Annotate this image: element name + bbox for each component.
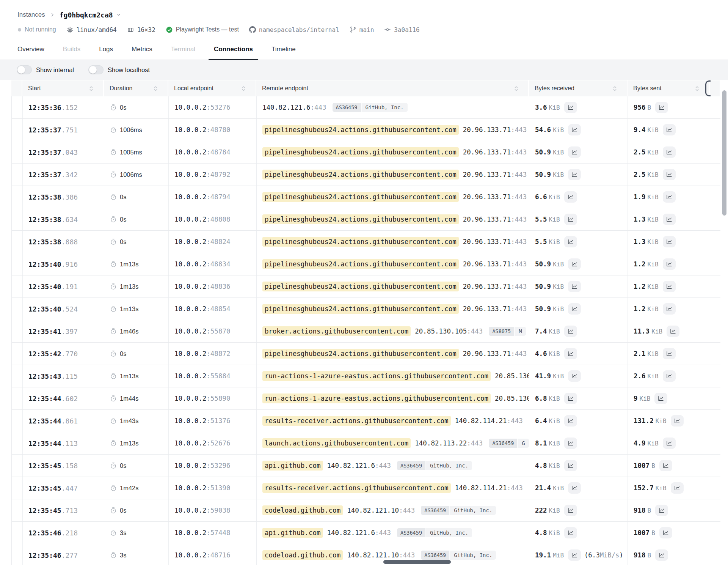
- table-row[interactable]: 12:35:43.1151m13s10.0.0.2:55884run-actio…: [11, 365, 720, 387]
- bytes-chart-button[interactable]: [568, 482, 581, 494]
- bytes-chart-button[interactable]: [564, 214, 577, 225]
- bytes-chart-button[interactable]: [663, 281, 676, 292]
- bytes-chart-button[interactable]: [663, 303, 676, 315]
- bytes-chart-button[interactable]: [564, 505, 577, 516]
- table-row[interactable]: 12:35:38.6340s10.0.0.2:48808pipelinesghu…: [11, 208, 720, 231]
- bytes-chart-button[interactable]: [655, 549, 668, 561]
- chevron-down-icon[interactable]: [116, 13, 121, 17]
- duration-cell: 1m13s: [104, 432, 169, 454]
- tab-timeline[interactable]: Timeline: [266, 42, 301, 60]
- bytes-chart-button[interactable]: [564, 102, 577, 113]
- column-header-start[interactable]: Start: [22, 80, 104, 96]
- column-header-remote-endpoint[interactable]: Remote endpoint: [256, 80, 529, 96]
- column-header-duration[interactable]: Duration: [104, 80, 168, 96]
- column-header-bytes-received[interactable]: Bytes received: [529, 80, 628, 96]
- bytes-chart-button[interactable]: [564, 415, 577, 427]
- table-row[interactable]: 12:35:46.2773s10.0.0.2:48716codeload.git…: [11, 544, 720, 565]
- bytes-chart-button[interactable]: [564, 438, 577, 449]
- bytes-chart-button[interactable]: [568, 124, 581, 135]
- sort-icon[interactable]: [89, 85, 93, 92]
- table-row[interactable]: 12:35:41.3971m46s10.0.0.2:55870broker.ac…: [11, 320, 720, 343]
- table-row[interactable]: 12:35:37.3421006ms10.0.0.2:48792pipeline…: [11, 164, 720, 186]
- sort-icon[interactable]: [613, 85, 617, 92]
- bytes-chart-button[interactable]: [564, 348, 577, 359]
- remote-port: :443: [507, 484, 523, 492]
- sort-icon[interactable]: [514, 85, 518, 92]
- asn-badge: AS36459GitHub, Inc.: [397, 528, 472, 537]
- bytes-chart-button[interactable]: [663, 370, 676, 382]
- bytes-chart-button[interactable]: [663, 258, 676, 270]
- bytes-chart-button[interactable]: [663, 438, 676, 449]
- bytes-chart-button[interactable]: [568, 303, 581, 315]
- bytes-chart-button[interactable]: [568, 370, 581, 382]
- remote-hostname: pipelinesghubeus24.actions.githubusercon…: [262, 170, 459, 179]
- show-localhost-toggle[interactable]: [88, 65, 104, 74]
- table-row[interactable]: 12:35:40.9161m13s10.0.0.2:48834pipelines…: [11, 253, 720, 275]
- instance-id[interactable]: fg0hbqkcm2ca8: [60, 11, 113, 19]
- tab-logs[interactable]: Logs: [94, 42, 118, 60]
- chart-line-icon: [568, 507, 574, 513]
- start-cell: 12:35:40.916: [23, 253, 104, 275]
- tab-connections[interactable]: Connections: [209, 42, 258, 60]
- bytes-chart-button[interactable]: [564, 527, 577, 538]
- bytes-chart-button[interactable]: [654, 393, 667, 404]
- show-internal-toggle[interactable]: [17, 65, 32, 74]
- bytes-chart-button[interactable]: [663, 236, 676, 247]
- horizontal-scrollbar-thumb[interactable]: [383, 560, 451, 564]
- bytes-chart-button[interactable]: [663, 169, 676, 180]
- bytes-chart-button[interactable]: [564, 460, 577, 471]
- bytes-chart-button[interactable]: [667, 326, 679, 337]
- table-row[interactable]: 12:35:44.1131m13s10.0.0.2:52676launch.ac…: [11, 432, 720, 455]
- sort-icon[interactable]: [154, 85, 158, 92]
- table-row[interactable]: 12:35:38.8880s10.0.0.2:48824pipelinesghu…: [11, 231, 720, 253]
- table-row[interactable]: 12:35:40.5241m13s10.0.0.2:48854pipelines…: [11, 298, 720, 320]
- breadcrumb-instances-link[interactable]: Instances: [17, 11, 45, 19]
- vertical-scrollbar-thumb[interactable]: [722, 90, 726, 216]
- bytes-chart-button[interactable]: [663, 146, 676, 158]
- bytes-chart-button[interactable]: [564, 393, 577, 404]
- remote-endpoint-cell: launch.actions.githubusercontent.com140.…: [257, 432, 529, 454]
- remote-address: 20.96.133.71:443: [463, 238, 527, 246]
- bytes-chart-button[interactable]: [663, 348, 676, 359]
- bytes-chart-button[interactable]: [568, 169, 581, 180]
- local-ip: 10.0.0.2: [174, 283, 206, 290]
- bytes-chart-button[interactable]: [568, 549, 581, 561]
- local-port: :51390: [206, 484, 230, 492]
- sort-icon[interactable]: [242, 85, 246, 92]
- table-row[interactable]: 12:35:45.1580s10.0.0.2:53296api.github.c…: [11, 455, 720, 477]
- tab-builds[interactable]: Builds: [58, 42, 86, 60]
- bytes-chart-button[interactable]: [659, 527, 672, 538]
- table-row[interactable]: 12:35:37.0431005ms10.0.0.2:48784pipeline…: [11, 141, 720, 164]
- sort-icon[interactable]: [695, 85, 699, 92]
- bytes-chart-button[interactable]: [564, 326, 577, 337]
- table-row[interactable]: 12:35:40.1911m13s10.0.0.2:48836pipelines…: [11, 275, 720, 298]
- bytes-chart-button[interactable]: [655, 505, 668, 516]
- bytes-chart-button[interactable]: [568, 146, 581, 158]
- table-row[interactable]: 12:35:36.1520s10.0.0.2:53276140.82.121.6…: [11, 96, 720, 119]
- remote-endpoint: 140.82.121.6:443AS36459GitHub, Inc.: [262, 103, 408, 112]
- bytes-chart-button[interactable]: [568, 281, 581, 292]
- bytes-chart-button[interactable]: [564, 236, 577, 247]
- bytes-chart-button[interactable]: [564, 191, 577, 203]
- column-header-local-endpoint[interactable]: Local endpoint: [168, 80, 256, 96]
- bytes-chart-button[interactable]: [655, 102, 668, 113]
- tab-terminal[interactable]: Terminal: [166, 42, 201, 60]
- table-row[interactable]: 12:35:45.7130s10.0.0.2:59038codeload.git…: [11, 499, 720, 522]
- column-header-bytes-sent[interactable]: Bytes sent: [628, 80, 710, 96]
- bytes-chart-button[interactable]: [659, 460, 672, 471]
- table-row[interactable]: 12:35:38.3860s10.0.0.2:48794pipelinesghu…: [11, 186, 720, 208]
- tab-metrics[interactable]: Metrics: [126, 42, 158, 60]
- bytes-chart-button[interactable]: [671, 415, 684, 427]
- table-row[interactable]: 12:35:44.6021m44s10.0.0.2:55890run-actio…: [11, 387, 720, 410]
- table-row[interactable]: 12:35:42.7700s10.0.0.2:48872pipelinesghu…: [11, 343, 720, 365]
- bytes-chart-button[interactable]: [568, 258, 581, 270]
- bytes-chart-button[interactable]: [663, 124, 676, 135]
- table-row[interactable]: 12:35:44.8611m43s10.0.0.2:51376results-r…: [11, 410, 720, 432]
- bytes-chart-button[interactable]: [663, 191, 676, 203]
- table-row[interactable]: 12:35:37.7511006ms10.0.0.2:48780pipeline…: [11, 119, 720, 141]
- table-row[interactable]: 12:35:46.2183s10.0.0.2:57448api.github.c…: [11, 522, 720, 544]
- tab-overview[interactable]: Overview: [12, 42, 50, 60]
- table-row[interactable]: 12:35:45.4471m42s10.0.0.2:51390results-r…: [11, 477, 720, 499]
- bytes-chart-button[interactable]: [663, 214, 676, 225]
- bytes-chart-button[interactable]: [671, 482, 684, 494]
